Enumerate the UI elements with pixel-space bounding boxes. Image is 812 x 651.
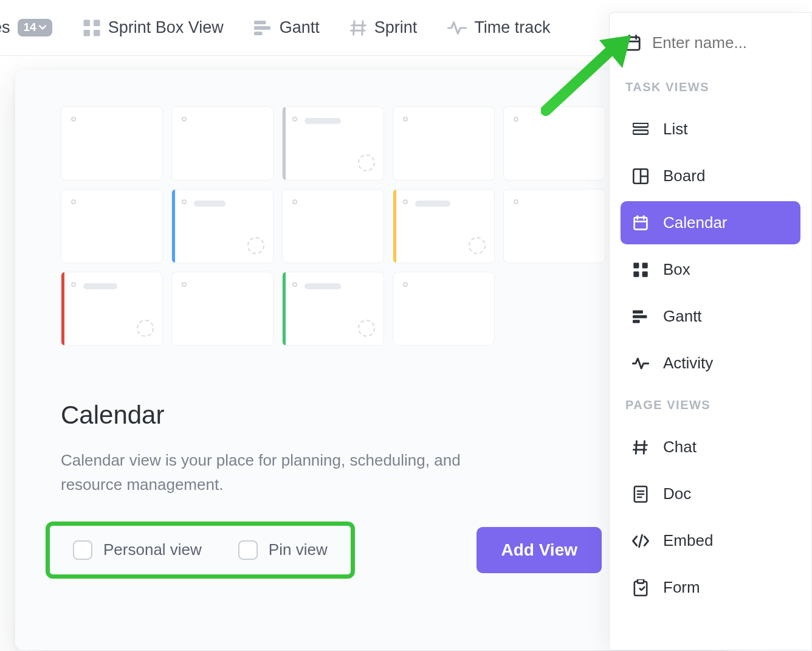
tab-label: Time track	[474, 18, 550, 37]
cal-card	[503, 189, 605, 263]
add-view-button[interactable]: Add View	[477, 527, 602, 573]
svg-rect-21	[638, 579, 644, 583]
checkbox-icon	[73, 540, 92, 560]
view-option-label: Chat	[663, 438, 697, 456]
tab-badge: 14	[18, 19, 52, 36]
view-option-gantt[interactable]: Gantt	[621, 295, 800, 338]
view-option-label: Embed	[663, 531, 713, 550]
calendar-preview-grid	[61, 106, 687, 346]
svg-rect-2	[83, 30, 90, 36]
view-option-doc[interactable]: Doc	[621, 472, 800, 515]
chevron-down-icon	[39, 24, 46, 31]
svg-rect-8	[633, 123, 649, 127]
cal-card	[503, 106, 605, 181]
cal-card	[61, 189, 163, 263]
modal-title: Calendar	[61, 401, 687, 430]
view-picker-panel: TASK VIEWS List Board Calendar Box Gantt…	[609, 12, 812, 650]
box-grid-icon	[631, 262, 650, 278]
cal-card	[61, 106, 163, 181]
svg-rect-18	[633, 320, 640, 323]
cal-card	[171, 106, 274, 181]
task-views-label: TASK VIEWS	[621, 71, 800, 108]
modal-description: Calendar view is your place for planning…	[61, 448, 523, 497]
hash-icon	[631, 439, 650, 455]
svg-rect-16	[633, 310, 643, 313]
embed-icon	[631, 534, 650, 548]
svg-rect-7	[626, 37, 639, 50]
hash-icon	[350, 19, 367, 36]
board-icon	[631, 168, 650, 184]
activity-icon	[631, 357, 650, 370]
view-option-label: Box	[663, 260, 690, 279]
cal-card	[393, 189, 495, 263]
svg-rect-14	[633, 271, 639, 277]
page-views-label: PAGE VIEWS	[621, 388, 800, 425]
view-option-board[interactable]: Board	[621, 154, 800, 198]
svg-rect-3	[94, 30, 100, 36]
svg-rect-5	[254, 26, 270, 30]
view-option-embed[interactable]: Embed	[621, 519, 800, 562]
view-option-label: List	[663, 120, 687, 139]
svg-rect-17	[633, 315, 647, 318]
pin-view-checkbox[interactable]: Pin view	[238, 540, 328, 560]
svg-rect-4	[254, 21, 266, 24]
personal-view-checkbox[interactable]: Personal view	[73, 540, 202, 560]
tab-badge-count: 14	[24, 21, 36, 34]
tab-gantt[interactable]: Gantt	[254, 18, 320, 37]
view-option-activity[interactable]: Activity	[621, 342, 800, 385]
gantt-icon	[631, 310, 650, 323]
cal-card	[61, 272, 163, 346]
cal-card	[282, 272, 384, 346]
svg-rect-15	[642, 271, 648, 277]
cal-card	[171, 189, 274, 263]
cal-card	[282, 189, 384, 263]
view-option-chat[interactable]: Chat	[621, 425, 800, 469]
tab-label: es	[0, 18, 10, 37]
box-grid-icon	[83, 19, 101, 37]
cal-card	[171, 272, 274, 346]
svg-rect-12	[633, 263, 639, 268]
tab-partial[interactable]: es 14	[0, 18, 52, 37]
cal-card	[393, 106, 495, 181]
view-option-form[interactable]: Form	[621, 566, 800, 609]
tab-label: Gantt	[280, 18, 320, 37]
svg-rect-13	[642, 263, 648, 268]
view-name-row	[621, 30, 800, 71]
doc-icon	[631, 486, 650, 503]
activity-icon	[447, 20, 467, 36]
svg-rect-0	[83, 19, 90, 26]
checkbox-label: Pin view	[269, 540, 328, 559]
modal-options-row: Personal view Pin view Add View	[61, 522, 687, 579]
calendar-icon	[624, 35, 641, 52]
view-option-calendar[interactable]: Calendar	[621, 201, 800, 244]
svg-rect-1	[94, 19, 100, 26]
cal-card	[282, 106, 384, 181]
tab-label: Sprint	[374, 18, 418, 37]
view-option-label: Gantt	[663, 307, 702, 326]
view-option-label: Doc	[663, 484, 691, 503]
tab-time-tracking[interactable]: Time track	[447, 18, 550, 37]
checkbox-label: Personal view	[103, 540, 202, 559]
svg-rect-6	[254, 32, 263, 35]
gantt-icon	[254, 20, 272, 36]
calendar-icon	[631, 215, 650, 231]
form-icon	[631, 579, 650, 596]
cal-card	[393, 272, 495, 346]
checkbox-icon	[238, 540, 258, 560]
view-name-input[interactable]	[652, 33, 797, 52]
tab-sprint-box-view[interactable]: Sprint Box View	[83, 18, 224, 37]
view-option-label: Board	[663, 167, 705, 185]
svg-rect-11	[635, 217, 647, 229]
tab-label: Sprint Box View	[108, 18, 224, 37]
view-option-label: Activity	[663, 354, 713, 373]
view-option-box[interactable]: Box	[621, 248, 800, 291]
tab-sprint[interactable]: Sprint	[350, 18, 418, 37]
list-icon	[631, 123, 650, 136]
view-option-label: Form	[663, 578, 700, 597]
view-options-highlight: Personal view Pin view	[46, 522, 355, 579]
svg-rect-9	[633, 130, 649, 134]
view-option-list[interactable]: List	[621, 108, 800, 151]
view-option-label: Calendar	[663, 213, 728, 232]
